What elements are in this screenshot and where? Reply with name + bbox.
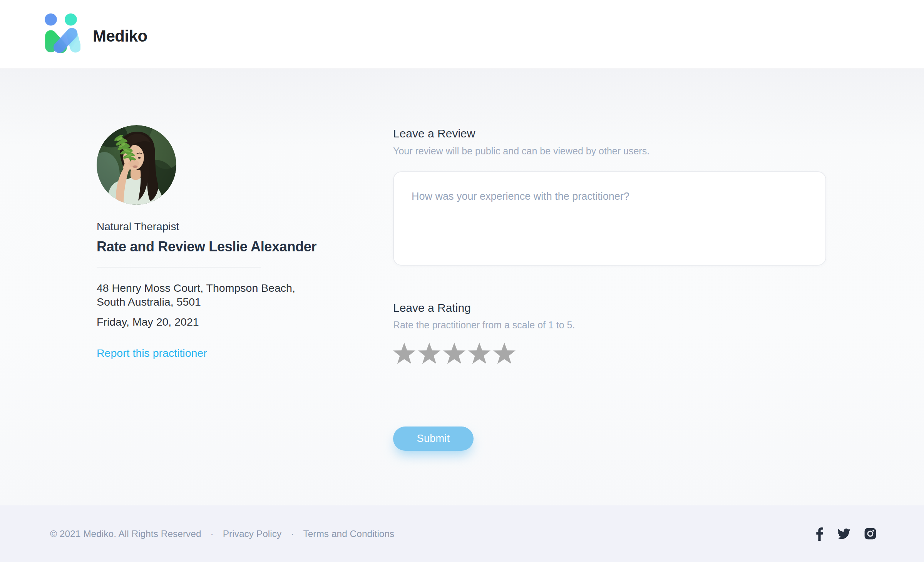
- app-footer: © 2021 Mediko. All Rights Reserved · Pri…: [0, 505, 924, 562]
- main-content: Natural Therapist Rate and Review Leslie…: [0, 69, 924, 505]
- star-icon[interactable]: [467, 342, 491, 365]
- review-textarea[interactable]: [393, 171, 826, 266]
- review-subheading: Your review will be public and can be vi…: [393, 146, 649, 157]
- star-icon[interactable]: [492, 342, 516, 365]
- star-rating[interactable]: [392, 342, 517, 365]
- app-header: Mediko: [0, 0, 924, 69]
- practitioner-address: 48 Henry Moss Court, Thompson Beach, Sou…: [97, 281, 312, 309]
- appointment-date: Friday, May 20, 2021: [97, 316, 199, 328]
- practitioner-photo: [97, 125, 176, 205]
- mediko-logo-icon: [41, 12, 80, 55]
- submit-button[interactable]: Submit: [393, 427, 474, 451]
- star-icon[interactable]: [417, 342, 441, 365]
- star-icon[interactable]: [392, 342, 416, 365]
- twitter-icon[interactable]: [837, 529, 850, 539]
- separator-dot: ·: [211, 529, 214, 539]
- separator-dot: ·: [291, 529, 294, 539]
- review-heading: Leave a Review: [393, 127, 475, 140]
- practitioner-role: Natural Therapist: [97, 221, 179, 233]
- page-title: Rate and Review Leslie Alexander: [97, 239, 316, 255]
- rating-subheading: Rate the practitioner from a scale of 1 …: [393, 319, 575, 331]
- brand-name: Mediko: [93, 27, 147, 45]
- rating-heading: Leave a Rating: [393, 301, 471, 314]
- star-icon[interactable]: [442, 342, 466, 365]
- facebook-icon[interactable]: [816, 527, 824, 541]
- logo[interactable]: Mediko: [41, 12, 147, 55]
- footer-legal: © 2021 Mediko. All Rights Reserved · Pri…: [50, 529, 394, 539]
- copyright-text: © 2021 Mediko. All Rights Reserved: [50, 529, 201, 539]
- divider: [97, 267, 261, 268]
- terms-and-conditions-link[interactable]: Terms and Conditions: [303, 529, 394, 539]
- practitioner-avatar: [97, 125, 176, 205]
- privacy-policy-link[interactable]: Privacy Policy: [223, 529, 281, 539]
- report-practitioner-link[interactable]: Report this practitioner: [97, 347, 207, 360]
- social-links: [816, 527, 876, 541]
- instagram-icon[interactable]: [864, 528, 876, 540]
